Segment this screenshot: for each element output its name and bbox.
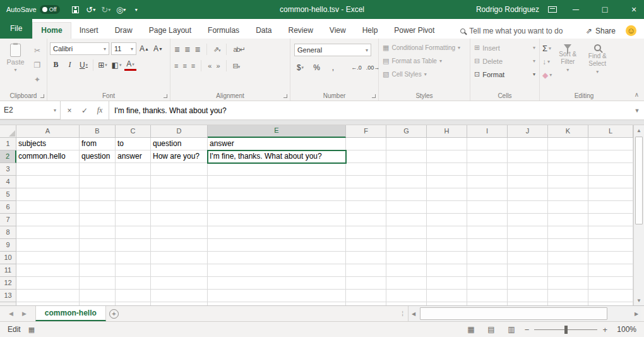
scroll-up-icon[interactable]: ▲: [634, 125, 644, 135]
cell-C2[interactable]: answer: [116, 150, 151, 163]
cell-B10[interactable]: [80, 252, 116, 264]
decrease-indent-icon[interactable]: «: [208, 62, 211, 70]
cell-A2[interactable]: common.hello: [16, 150, 80, 163]
cell-K7[interactable]: [548, 214, 588, 226]
cell-D6[interactable]: [151, 201, 208, 214]
cell-H10[interactable]: [427, 252, 467, 264]
name-box[interactable]: E2 ▾: [0, 101, 61, 119]
ribbon-tab-file[interactable]: File: [0, 19, 32, 39]
cell-A1[interactable]: subjects: [16, 138, 80, 150]
page-break-view-button[interactable]: ▥: [504, 323, 518, 336]
scroll-right-icon[interactable]: ▶: [631, 311, 641, 317]
cell-I13[interactable]: [467, 290, 508, 302]
sort-filter-button[interactable]: Sort & Filter ▾: [554, 41, 581, 73]
cell-E4[interactable]: [208, 176, 346, 188]
ribbon-tab-insert[interactable]: Insert: [71, 23, 107, 39]
cell-F4[interactable]: [346, 176, 386, 188]
cell-C6[interactable]: [116, 201, 151, 214]
cell-D7[interactable]: [151, 214, 208, 226]
cell-L4[interactable]: [588, 176, 633, 188]
increase-indent-icon[interactable]: »: [216, 62, 219, 70]
cell-F13[interactable]: [346, 290, 386, 302]
cell-D12[interactable]: [151, 277, 208, 290]
delete-cells-button[interactable]: ⊟ Delete ▾: [473, 54, 537, 68]
cell-D2[interactable]: How are you?: [151, 150, 208, 163]
cell-D13[interactable]: [151, 290, 208, 302]
ribbon-tab-data[interactable]: Data: [247, 23, 280, 39]
fill-color-button[interactable]: ◧▾: [110, 59, 122, 71]
cell-G12[interactable]: [386, 277, 427, 290]
new-sheet-button[interactable]: +: [106, 306, 122, 321]
cell-C4[interactable]: [116, 176, 151, 188]
cell-J5[interactable]: [508, 188, 548, 201]
cell-B8[interactable]: [80, 226, 116, 239]
cell-J3[interactable]: [508, 163, 548, 176]
cell-B2[interactable]: question: [80, 150, 116, 163]
borders-button[interactable]: ⊞▾: [97, 59, 109, 71]
cell-K12[interactable]: [548, 277, 588, 290]
cell-J11[interactable]: [508, 264, 548, 277]
row-header-5[interactable]: 5: [0, 188, 16, 201]
paste-dropdown-icon[interactable]: ▾: [14, 67, 16, 73]
cell-I8[interactable]: [467, 226, 508, 239]
cell-C9[interactable]: [116, 239, 151, 252]
conditional-formatting-button[interactable]: ▦ Conditional Formatting ▾: [381, 41, 467, 54]
cell-E12[interactable]: [208, 277, 346, 290]
cell-I3[interactable]: [467, 163, 508, 176]
cell-A4[interactable]: [16, 176, 80, 188]
cell-B14[interactable]: [80, 302, 116, 305]
cell-K10[interactable]: [548, 252, 588, 264]
bold-button[interactable]: B: [50, 59, 62, 71]
format-as-table-button[interactable]: ▤ Format as Table ▾: [381, 54, 467, 68]
cell-B5[interactable]: [80, 188, 116, 201]
underline-button[interactable]: U▾: [78, 59, 90, 71]
cell-K14[interactable]: [548, 302, 588, 305]
cell-D8[interactable]: [151, 226, 208, 239]
cell-A11[interactable]: [16, 264, 80, 277]
wrap-text-icon[interactable]: ab↵: [233, 46, 244, 54]
cell-K9[interactable]: [548, 239, 588, 252]
cell-A12[interactable]: [16, 277, 80, 290]
cell-B4[interactable]: [80, 176, 116, 188]
cell-F8[interactable]: [346, 226, 386, 239]
column-header-I[interactable]: I: [467, 125, 508, 138]
column-header-C[interactable]: C: [116, 125, 151, 138]
column-header-J[interactable]: J: [508, 125, 548, 138]
paste-button[interactable]: Paste ▾: [3, 41, 28, 87]
ribbon-tab-home[interactable]: Home: [32, 22, 71, 39]
cell-I9[interactable]: [467, 239, 508, 252]
tab-splitter-handle[interactable]: ⁞: [402, 310, 404, 317]
cell-A8[interactable]: [16, 226, 80, 239]
row-header-9[interactable]: 9: [0, 239, 16, 252]
cell-I12[interactable]: [467, 277, 508, 290]
cell-H13[interactable]: [427, 290, 467, 302]
currency-format-button[interactable]: $▾: [294, 61, 306, 73]
cell-C13[interactable]: [116, 290, 151, 302]
column-header-H[interactable]: H: [427, 125, 467, 138]
cell-D11[interactable]: [151, 264, 208, 277]
cell-I4[interactable]: [467, 176, 508, 188]
cell-A7[interactable]: [16, 214, 80, 226]
next-sheet-icon[interactable]: ▶: [22, 310, 27, 317]
cell-A10[interactable]: [16, 252, 80, 264]
cell-C5[interactable]: [116, 188, 151, 201]
cell-I7[interactable]: [467, 214, 508, 226]
cell-H6[interactable]: [427, 201, 467, 214]
signed-in-user[interactable]: Rodrigo Rodriguez: [476, 5, 539, 14]
cell-L10[interactable]: [588, 252, 633, 264]
cell-H11[interactable]: [427, 264, 467, 277]
cell-B11[interactable]: [80, 264, 116, 277]
cell-E13[interactable]: [208, 290, 346, 302]
column-header-B[interactable]: B: [80, 125, 116, 138]
row-header-12[interactable]: 12: [0, 277, 16, 290]
zoom-in-icon[interactable]: +: [602, 325, 607, 334]
font-size-dropdown-icon[interactable]: ▾: [128, 46, 133, 52]
autosave-switch-icon[interactable]: Off: [40, 5, 60, 14]
cell-B3[interactable]: [80, 163, 116, 176]
cell-L2[interactable]: [588, 150, 633, 163]
cell-F6[interactable]: [346, 201, 386, 214]
cell-K1[interactable]: [548, 138, 588, 150]
touch-mode-button[interactable]: ◎▾: [114, 3, 128, 16]
merge-center-icon[interactable]: ⊟▾: [233, 62, 240, 70]
column-header-F[interactable]: F: [346, 125, 386, 138]
